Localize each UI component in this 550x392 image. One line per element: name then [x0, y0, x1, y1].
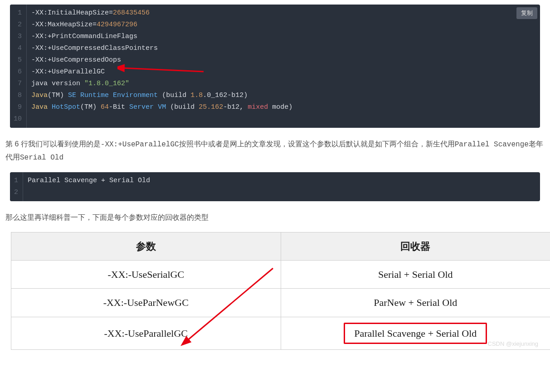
table-row: -XX:-UseParNewGC ParNew + Serial Old — [11, 289, 550, 317]
paragraph-1: 第 6 行我们可以看到使用的是-XX:+UseParallelGC按照书中或者是… — [5, 138, 545, 164]
line-gutter: 12 — [10, 172, 23, 201]
code-block-1: 复制 12345678910 -XX:InitialHeapSize=26843… — [10, 5, 540, 128]
table-cell: Serial + Serial Old — [281, 260, 550, 288]
table-row: -XX:-UseSerialGC Serial + Serial Old — [11, 260, 550, 288]
code-lines: -XX:InitialHeapSize=268435456 -XX:MaxHea… — [27, 5, 540, 128]
paragraph-2: 那么这里再详细科普一下，下面是每个参数对应的回收器的类型 — [5, 211, 545, 223]
table-cell: -XX:-UseParNewGC — [11, 289, 281, 317]
code-block-2: 12 Parallel Scavenge + Serial Old — [10, 172, 540, 201]
table-header-collector: 回收器 — [281, 232, 550, 260]
table-header-row: 参数 回收器 — [11, 232, 550, 260]
code-lines: Parallel Scavenge + Serial Old — [23, 172, 540, 201]
gc-table: 参数 回收器 -XX:-UseSerialGC Serial + Serial … — [11, 232, 550, 350]
table-cell: -XX:-UseParallelGC — [11, 317, 281, 349]
watermark: CSDN @xiejunxing — [488, 339, 538, 349]
line-gutter: 12345678910 — [10, 5, 27, 128]
highlight-box: Parallel Scavenge + Serial Old — [344, 323, 487, 344]
table-header-param: 参数 — [11, 232, 281, 260]
table-row: -XX:-UseParallelGC Parallel Scavenge + S… — [11, 317, 550, 349]
table-cell: ParNew + Serial Old — [281, 289, 550, 317]
table-cell: -XX:-UseSerialGC — [11, 260, 281, 288]
